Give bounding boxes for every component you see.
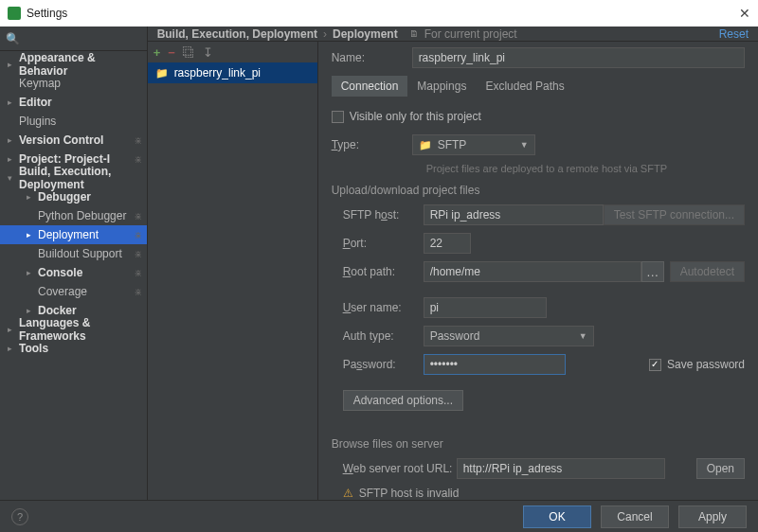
sidebar-item-label: Docker <box>38 304 143 317</box>
project-scope-icon: ⛯ <box>134 268 143 278</box>
search-icon: 🔍 <box>6 32 20 45</box>
window-title: Settings <box>8 7 67 20</box>
chevron-down-icon: ▼ <box>579 331 587 341</box>
sidebar-item[interactable]: ▾Build, Execution, Deployment <box>0 168 147 187</box>
save-password-checkbox[interactable]: Save password <box>649 358 745 371</box>
sidebar-item-label: Console <box>38 266 134 279</box>
breadcrumb-sep: › <box>323 27 327 41</box>
sidebar-item[interactable]: Buildout Support⛯ <box>0 244 147 263</box>
sidebar-item[interactable]: Coverage⛯ <box>0 282 147 301</box>
folder-icon: 📁 <box>419 139 432 151</box>
reset-link[interactable]: Reset <box>719 27 749 41</box>
project-scope-icon: ⛯ <box>134 154 143 165</box>
server-name-label: raspberry_link_pi <box>174 66 261 80</box>
checkbox-box <box>649 359 661 371</box>
section-browse: Browse files on server <box>332 437 745 451</box>
open-url-button[interactable]: Open <box>696 458 745 479</box>
web-server-url-input[interactable] <box>457 458 665 479</box>
test-connection-button[interactable]: Test SFTP connection... <box>604 204 745 225</box>
server-list-item[interactable]: 📁 raspberry_link_pi <box>148 62 317 83</box>
project-scope-icon: ⛯ <box>134 287 143 297</box>
save-password-label: Save password <box>667 358 745 371</box>
close-icon[interactable]: ✕ <box>739 6 750 21</box>
ok-button[interactable]: OK <box>523 505 591 528</box>
visible-only-label: Visible only for this project <box>350 110 481 123</box>
browse-root-button[interactable]: … <box>641 261 664 282</box>
auth-type-label: Auth type: <box>343 329 424 343</box>
sftp-host-input[interactable] <box>424 204 604 225</box>
sidebar-item-label: Buildout Support <box>38 247 134 260</box>
name-label: Name: <box>332 51 412 64</box>
root-path-input[interactable] <box>424 261 641 282</box>
sidebar-item[interactable]: ▸Appearance & Behavior <box>0 55 147 74</box>
type-value: SFTP <box>438 138 467 151</box>
sidebar-item-label: Coverage <box>38 285 134 298</box>
sidebar-item-label: Python Debugger <box>38 209 134 222</box>
auth-type-select[interactable]: Password ▼ <box>424 326 594 346</box>
project-scope-icon: ⛯ <box>134 249 143 259</box>
copy-server-button[interactable]: ⿻ <box>183 45 195 60</box>
sidebar-item-label: Plugins <box>19 115 143 128</box>
sidebar-item[interactable]: ▸Languages & Frameworks <box>0 320 147 339</box>
expand-arrow-icon: ▾ <box>8 173 17 183</box>
for-current-project: For current project <box>424 27 517 41</box>
warning-text: SFTP host is invalid <box>359 487 460 500</box>
expand-arrow-icon: ▸ <box>27 192 36 202</box>
sidebar-item-label: Deployment <box>38 228 134 241</box>
expand-arrow-icon: ▸ <box>8 344 17 353</box>
section-upload: Upload/download project files <box>332 184 745 197</box>
sidebar-item-label: Project: Project-I <box>19 152 134 166</box>
advanced-options-button[interactable]: Advanced options... <box>343 390 463 411</box>
sidebar-item[interactable]: Keymap <box>0 74 147 93</box>
sidebar-item[interactable]: ▸Deployment⛯ <box>0 225 147 244</box>
expand-arrow-icon: ▸ <box>8 98 17 107</box>
type-hint: Project files are deployed to a remote h… <box>426 163 745 174</box>
window-title-text: Settings <box>27 7 67 20</box>
password-input[interactable] <box>424 354 566 375</box>
autodetect-button[interactable]: Autodetect <box>670 261 745 282</box>
settings-search[interactable]: 🔍 <box>0 27 147 51</box>
app-icon <box>8 7 21 20</box>
project-scope-icon: ⛯ <box>134 211 143 222</box>
sidebar-item-label: Debugger <box>38 190 143 204</box>
sidebar-item-label: Keymap <box>19 77 143 90</box>
tab-excluded-paths[interactable]: Excluded Paths <box>476 76 573 97</box>
folder-icon: 📁 <box>155 67 169 80</box>
sidebar-item[interactable]: ▸Console⛯ <box>0 263 147 282</box>
sidebar-item[interactable]: ▸Editor <box>0 93 147 112</box>
expand-arrow-icon: ▸ <box>27 230 36 239</box>
warning-icon: ⚠ <box>343 487 353 500</box>
breadcrumb-a[interactable]: Build, Execution, Deployment <box>157 27 317 41</box>
use-as-default-button[interactable]: ↧ <box>203 45 213 60</box>
sidebar-item-label: Editor <box>19 96 143 109</box>
tab-connection[interactable]: Connection <box>332 76 408 97</box>
tab-mappings[interactable]: Mappings <box>407 76 476 97</box>
add-server-button[interactable]: + <box>153 45 161 60</box>
apply-button[interactable]: Apply <box>678 505 747 528</box>
sidebar-item-label: Version Control <box>19 133 134 147</box>
sidebar-item[interactable]: ▸Version Control⛯ <box>0 131 147 150</box>
expand-arrow-icon: ▸ <box>8 325 17 334</box>
project-scope-icon: ⛯ <box>134 135 143 146</box>
visible-only-checkbox[interactable]: Visible only for this project <box>332 110 481 123</box>
username-input[interactable] <box>424 297 547 318</box>
remove-server-button[interactable]: − <box>168 45 175 60</box>
checkbox-box <box>332 111 344 123</box>
type-select[interactable]: 📁 SFTP ▼ <box>412 134 535 155</box>
sidebar-item-label: Tools <box>19 342 143 355</box>
expand-arrow-icon: ▸ <box>8 154 17 164</box>
sidebar-item[interactable]: ▸Debugger <box>0 187 147 206</box>
settings-tree: ▸Appearance & BehaviorKeymap▸EditorPlugi… <box>0 51 147 500</box>
expand-arrow-icon: ▸ <box>8 60 17 69</box>
breadcrumb-b[interactable]: Deployment <box>333 27 398 41</box>
sidebar-item[interactable]: Plugins <box>0 112 147 131</box>
expand-arrow-icon: ▸ <box>8 135 17 145</box>
sidebar-item[interactable]: Python Debugger⛯ <box>0 206 147 225</box>
port-input[interactable] <box>424 233 471 254</box>
name-input[interactable] <box>412 47 745 68</box>
project-scope-icon: ⛯ <box>134 230 143 240</box>
help-button[interactable]: ? <box>11 508 28 525</box>
sidebar-item[interactable]: ▸Tools <box>0 339 147 358</box>
chevron-down-icon: ▼ <box>520 140 529 150</box>
cancel-button[interactable]: Cancel <box>601 505 669 528</box>
